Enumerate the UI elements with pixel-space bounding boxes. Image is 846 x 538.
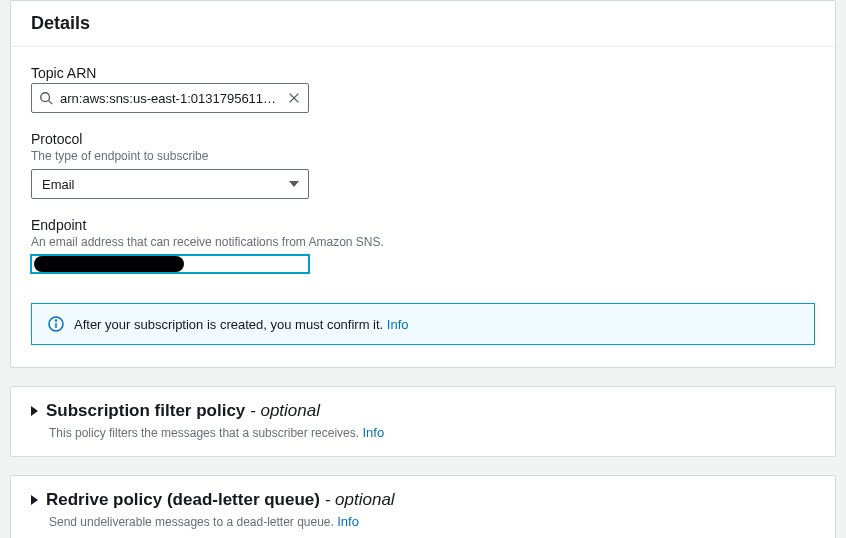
caret-right-icon bbox=[31, 406, 38, 416]
redrive-policy-panel: Redrive policy (dead-letter queue) - opt… bbox=[10, 475, 836, 538]
topic-arn-label: Topic ARN bbox=[31, 65, 815, 81]
endpoint-field: Endpoint An email address that can recei… bbox=[31, 217, 815, 285]
protocol-value: Email bbox=[42, 177, 75, 192]
protocol-select[interactable]: Email bbox=[31, 169, 309, 199]
search-icon bbox=[39, 91, 53, 105]
redrive-policy-toggle[interactable]: Redrive policy (dead-letter queue) - opt… bbox=[31, 490, 815, 510]
notice-info-link[interactable]: Info bbox=[387, 317, 409, 332]
endpoint-input[interactable] bbox=[31, 255, 309, 273]
filter-policy-hint: This policy filters the messages that a … bbox=[49, 425, 815, 440]
filter-policy-panel: Subscription filter policy - optional Th… bbox=[10, 386, 836, 457]
topic-arn-field: Topic ARN bbox=[31, 65, 815, 113]
svg-point-6 bbox=[56, 320, 57, 321]
endpoint-hint: An email address that can receive notifi… bbox=[31, 235, 815, 249]
redrive-policy-info-link[interactable]: Info bbox=[337, 514, 359, 529]
protocol-field: Protocol The type of endpoint to subscri… bbox=[31, 131, 815, 199]
protocol-select-wrap: Email bbox=[31, 169, 309, 199]
details-body: Topic ARN Protocol The type of endpoint … bbox=[11, 47, 835, 367]
protocol-label: Protocol bbox=[31, 131, 815, 147]
notice-text: After your subscription is created, you … bbox=[74, 317, 409, 332]
caret-right-icon bbox=[31, 495, 38, 505]
protocol-hint: The type of endpoint to subscribe bbox=[31, 149, 815, 163]
filter-policy-toggle[interactable]: Subscription filter policy - optional bbox=[31, 401, 815, 421]
svg-line-1 bbox=[49, 101, 53, 105]
filter-policy-title: Subscription filter policy - optional bbox=[46, 401, 320, 421]
confirm-notice: After your subscription is created, you … bbox=[31, 303, 815, 345]
endpoint-label: Endpoint bbox=[31, 217, 815, 233]
details-panel: Details Topic ARN Protocol The type of e… bbox=[10, 0, 836, 368]
filter-policy-info-link[interactable]: Info bbox=[362, 425, 384, 440]
topic-arn-input-wrap bbox=[31, 83, 309, 113]
details-header: Details bbox=[11, 1, 835, 47]
redrive-policy-title: Redrive policy (dead-letter queue) - opt… bbox=[46, 490, 395, 510]
topic-arn-input[interactable] bbox=[31, 83, 309, 113]
redrive-policy-hint: Send undeliverable messages to a dead-le… bbox=[49, 514, 815, 529]
redacted-value bbox=[34, 256, 184, 272]
info-icon bbox=[48, 316, 64, 332]
clear-icon[interactable] bbox=[287, 91, 301, 105]
endpoint-input-wrap bbox=[31, 255, 309, 285]
details-title: Details bbox=[31, 13, 815, 34]
svg-point-0 bbox=[41, 93, 50, 102]
